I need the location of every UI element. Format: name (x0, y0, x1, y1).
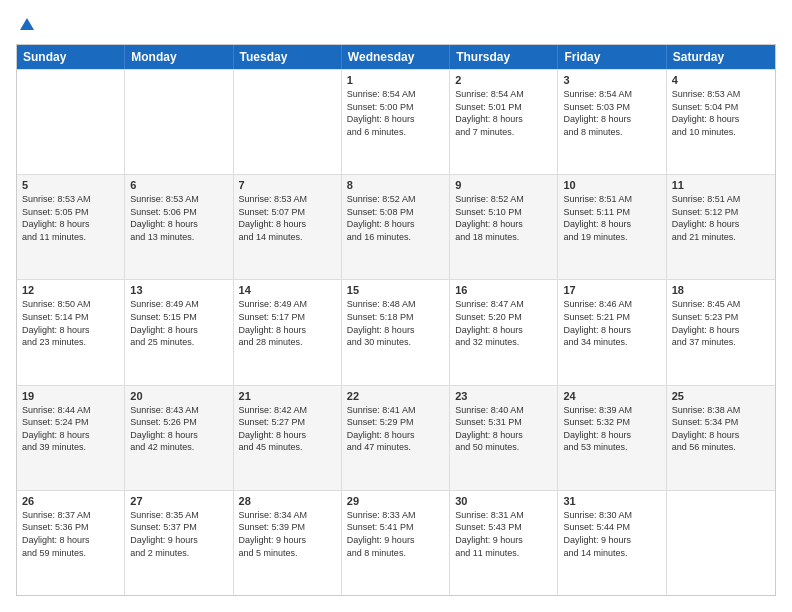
cal-cell: 19Sunrise: 8:44 AM Sunset: 5:24 PM Dayli… (17, 386, 125, 490)
cal-cell: 26Sunrise: 8:37 AM Sunset: 5:36 PM Dayli… (17, 491, 125, 595)
day-number: 21 (239, 390, 336, 402)
week-row-4: 19Sunrise: 8:44 AM Sunset: 5:24 PM Dayli… (17, 385, 775, 490)
calendar-header: SundayMondayTuesdayWednesdayThursdayFrid… (17, 45, 775, 69)
week-row-3: 12Sunrise: 8:50 AM Sunset: 5:14 PM Dayli… (17, 279, 775, 384)
day-number: 24 (563, 390, 660, 402)
day-number: 25 (672, 390, 770, 402)
day-number: 3 (563, 74, 660, 86)
cal-cell: 16Sunrise: 8:47 AM Sunset: 5:20 PM Dayli… (450, 280, 558, 384)
week-row-2: 5Sunrise: 8:53 AM Sunset: 5:05 PM Daylig… (17, 174, 775, 279)
day-info: Sunrise: 8:43 AM Sunset: 5:26 PM Dayligh… (130, 404, 227, 454)
day-number: 19 (22, 390, 119, 402)
day-info: Sunrise: 8:40 AM Sunset: 5:31 PM Dayligh… (455, 404, 552, 454)
cal-cell (17, 70, 125, 174)
day-info: Sunrise: 8:38 AM Sunset: 5:34 PM Dayligh… (672, 404, 770, 454)
day-number: 2 (455, 74, 552, 86)
day-info: Sunrise: 8:53 AM Sunset: 5:04 PM Dayligh… (672, 88, 770, 138)
day-number: 1 (347, 74, 444, 86)
cal-cell: 10Sunrise: 8:51 AM Sunset: 5:11 PM Dayli… (558, 175, 666, 279)
cal-cell: 21Sunrise: 8:42 AM Sunset: 5:27 PM Dayli… (234, 386, 342, 490)
week-row-5: 26Sunrise: 8:37 AM Sunset: 5:36 PM Dayli… (17, 490, 775, 595)
logo (16, 16, 38, 34)
cal-cell: 15Sunrise: 8:48 AM Sunset: 5:18 PM Dayli… (342, 280, 450, 384)
cal-cell (667, 491, 775, 595)
day-info: Sunrise: 8:48 AM Sunset: 5:18 PM Dayligh… (347, 298, 444, 348)
day-info: Sunrise: 8:54 AM Sunset: 5:03 PM Dayligh… (563, 88, 660, 138)
cal-cell: 5Sunrise: 8:53 AM Sunset: 5:05 PM Daylig… (17, 175, 125, 279)
cal-cell: 4Sunrise: 8:53 AM Sunset: 5:04 PM Daylig… (667, 70, 775, 174)
day-number: 13 (130, 284, 227, 296)
day-info: Sunrise: 8:34 AM Sunset: 5:39 PM Dayligh… (239, 509, 336, 559)
cal-cell: 7Sunrise: 8:53 AM Sunset: 5:07 PM Daylig… (234, 175, 342, 279)
header-cell-saturday: Saturday (667, 45, 775, 69)
day-number: 16 (455, 284, 552, 296)
day-number: 15 (347, 284, 444, 296)
day-info: Sunrise: 8:53 AM Sunset: 5:06 PM Dayligh… (130, 193, 227, 243)
header-cell-thursday: Thursday (450, 45, 558, 69)
day-number: 5 (22, 179, 119, 191)
day-number: 12 (22, 284, 119, 296)
day-info: Sunrise: 8:52 AM Sunset: 5:08 PM Dayligh… (347, 193, 444, 243)
day-number: 28 (239, 495, 336, 507)
day-info: Sunrise: 8:52 AM Sunset: 5:10 PM Dayligh… (455, 193, 552, 243)
day-info: Sunrise: 8:53 AM Sunset: 5:05 PM Dayligh… (22, 193, 119, 243)
day-number: 29 (347, 495, 444, 507)
cal-cell: 30Sunrise: 8:31 AM Sunset: 5:43 PM Dayli… (450, 491, 558, 595)
day-number: 11 (672, 179, 770, 191)
cal-cell: 27Sunrise: 8:35 AM Sunset: 5:37 PM Dayli… (125, 491, 233, 595)
cal-cell: 24Sunrise: 8:39 AM Sunset: 5:32 PM Dayli… (558, 386, 666, 490)
day-info: Sunrise: 8:41 AM Sunset: 5:29 PM Dayligh… (347, 404, 444, 454)
day-info: Sunrise: 8:53 AM Sunset: 5:07 PM Dayligh… (239, 193, 336, 243)
calendar: SundayMondayTuesdayWednesdayThursdayFrid… (16, 44, 776, 596)
day-number: 17 (563, 284, 660, 296)
cal-cell: 20Sunrise: 8:43 AM Sunset: 5:26 PM Dayli… (125, 386, 233, 490)
cal-cell: 2Sunrise: 8:54 AM Sunset: 5:01 PM Daylig… (450, 70, 558, 174)
header-cell-sunday: Sunday (17, 45, 125, 69)
cal-cell (234, 70, 342, 174)
header-cell-friday: Friday (558, 45, 666, 69)
day-info: Sunrise: 8:37 AM Sunset: 5:36 PM Dayligh… (22, 509, 119, 559)
calendar-body: 1Sunrise: 8:54 AM Sunset: 5:00 PM Daylig… (17, 69, 775, 595)
cal-cell: 18Sunrise: 8:45 AM Sunset: 5:23 PM Dayli… (667, 280, 775, 384)
page: SundayMondayTuesdayWednesdayThursdayFrid… (0, 0, 792, 612)
day-number: 9 (455, 179, 552, 191)
day-info: Sunrise: 8:47 AM Sunset: 5:20 PM Dayligh… (455, 298, 552, 348)
day-number: 26 (22, 495, 119, 507)
day-number: 20 (130, 390, 227, 402)
cal-cell (125, 70, 233, 174)
logo-text (16, 16, 38, 34)
header-cell-tuesday: Tuesday (234, 45, 342, 69)
cal-cell: 1Sunrise: 8:54 AM Sunset: 5:00 PM Daylig… (342, 70, 450, 174)
cal-cell: 31Sunrise: 8:30 AM Sunset: 5:44 PM Dayli… (558, 491, 666, 595)
day-number: 14 (239, 284, 336, 296)
day-info: Sunrise: 8:35 AM Sunset: 5:37 PM Dayligh… (130, 509, 227, 559)
cal-cell: 9Sunrise: 8:52 AM Sunset: 5:10 PM Daylig… (450, 175, 558, 279)
day-info: Sunrise: 8:54 AM Sunset: 5:00 PM Dayligh… (347, 88, 444, 138)
day-number: 4 (672, 74, 770, 86)
day-number: 10 (563, 179, 660, 191)
cal-cell: 28Sunrise: 8:34 AM Sunset: 5:39 PM Dayli… (234, 491, 342, 595)
day-number: 22 (347, 390, 444, 402)
header-cell-wednesday: Wednesday (342, 45, 450, 69)
svg-marker-0 (20, 18, 34, 30)
cal-cell: 17Sunrise: 8:46 AM Sunset: 5:21 PM Dayli… (558, 280, 666, 384)
day-info: Sunrise: 8:42 AM Sunset: 5:27 PM Dayligh… (239, 404, 336, 454)
day-number: 7 (239, 179, 336, 191)
day-info: Sunrise: 8:39 AM Sunset: 5:32 PM Dayligh… (563, 404, 660, 454)
week-row-1: 1Sunrise: 8:54 AM Sunset: 5:00 PM Daylig… (17, 69, 775, 174)
day-number: 8 (347, 179, 444, 191)
logo-icon (18, 16, 36, 34)
cal-cell: 8Sunrise: 8:52 AM Sunset: 5:08 PM Daylig… (342, 175, 450, 279)
cal-cell: 13Sunrise: 8:49 AM Sunset: 5:15 PM Dayli… (125, 280, 233, 384)
day-info: Sunrise: 8:33 AM Sunset: 5:41 PM Dayligh… (347, 509, 444, 559)
header (16, 16, 776, 34)
cal-cell: 29Sunrise: 8:33 AM Sunset: 5:41 PM Dayli… (342, 491, 450, 595)
cal-cell: 11Sunrise: 8:51 AM Sunset: 5:12 PM Dayli… (667, 175, 775, 279)
day-info: Sunrise: 8:44 AM Sunset: 5:24 PM Dayligh… (22, 404, 119, 454)
day-info: Sunrise: 8:54 AM Sunset: 5:01 PM Dayligh… (455, 88, 552, 138)
day-number: 18 (672, 284, 770, 296)
cal-cell: 12Sunrise: 8:50 AM Sunset: 5:14 PM Dayli… (17, 280, 125, 384)
cal-cell: 3Sunrise: 8:54 AM Sunset: 5:03 PM Daylig… (558, 70, 666, 174)
cal-cell: 22Sunrise: 8:41 AM Sunset: 5:29 PM Dayli… (342, 386, 450, 490)
day-info: Sunrise: 8:51 AM Sunset: 5:12 PM Dayligh… (672, 193, 770, 243)
